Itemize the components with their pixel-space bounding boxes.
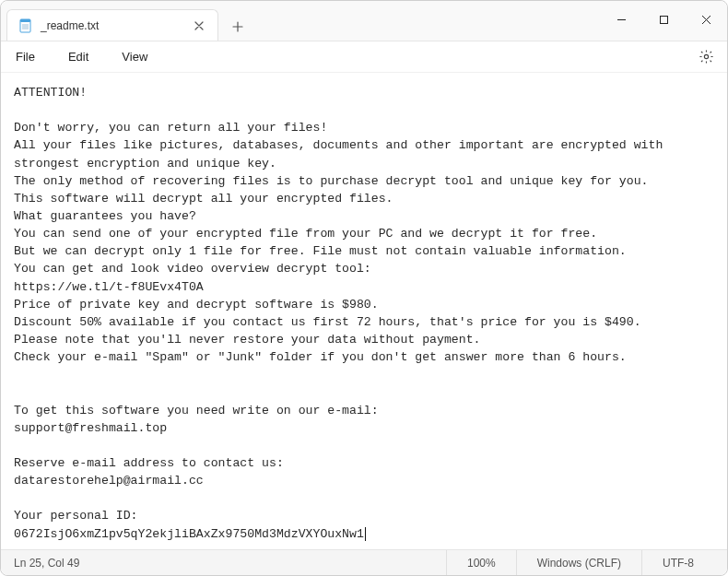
notepad-icon [18,18,33,33]
menu-edit[interactable]: Edit [63,46,103,67]
window-controls [600,1,727,41]
tab-readme[interactable]: _readme.txt [6,9,218,41]
text-caret [365,527,366,541]
status-encoding[interactable]: UTF-8 [641,550,714,575]
status-cursor-pos: Ln 25, Col 49 [14,557,79,570]
status-eol[interactable]: Windows (CRLF) [516,550,641,575]
document-body: ATTENTION! Don't worry, you can return a… [14,86,670,541]
svg-rect-1 [20,19,30,22]
tab-strip: _readme.txt [1,1,252,41]
menu-file[interactable]: File [10,46,50,67]
svg-point-6 [704,54,708,58]
statusbar: Ln 25, Col 49 100% Windows (CRLF) UTF-8 [1,549,727,575]
settings-button[interactable] [694,45,718,69]
text-editor[interactable]: ATTENTION! Don't worry, you can return a… [1,73,727,549]
maximize-button[interactable] [642,1,685,38]
svg-rect-5 [660,16,667,23]
status-zoom[interactable]: 100% [446,550,516,575]
menu-view[interactable]: View [116,46,162,67]
titlebar: _readme.txt [1,1,727,41]
window-close-button[interactable] [685,1,727,38]
tab-title: _readme.txt [41,19,184,32]
minimize-button[interactable] [600,1,642,38]
new-tab-button[interactable] [224,13,252,41]
menubar: File Edit View [1,41,727,73]
notepad-window: _readme.txt File Edit View [0,0,728,576]
tab-close-button[interactable] [192,18,206,33]
